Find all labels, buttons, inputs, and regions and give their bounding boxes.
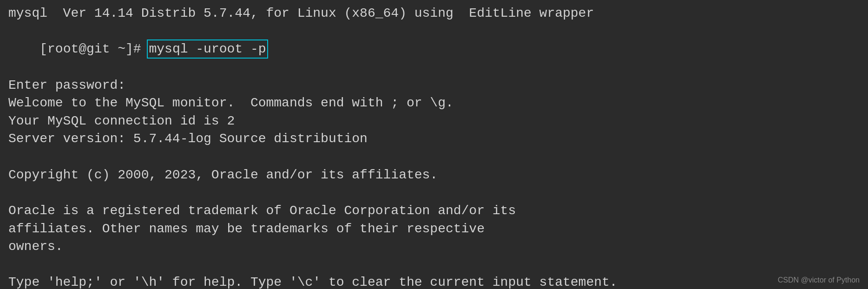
terminal-line-4: Welcome to the MySQL monitor. Commands e…: [8, 94, 860, 112]
terminal-line-2: [root@git ~]# mysql -uroot -p: [8, 23, 860, 77]
highlighted-command: mysql -uroot -p: [149, 41, 266, 57]
terminal-line-1: mysql Ver 14.14 Distrib 5.7.44, for Linu…: [8, 5, 860, 23]
watermark-text: CSDN @victor of Python: [778, 276, 860, 284]
terminal-line-6: Server version: 5.7.44-log Source distri…: [8, 130, 860, 148]
terminal-empty-line-1: [8, 148, 860, 166]
terminal-window: mysql Ver 14.14 Distrib 5.7.44, for Linu…: [0, 0, 868, 289]
terminal-line-5: Your MySQL connection id is 2: [8, 112, 860, 131]
prompt-prefix: [root@git ~]#: [39, 42, 149, 56]
terminal-empty-line-2: [8, 184, 860, 202]
terminal-line-14: Type 'help;' or '\h' for help. Type '\c'…: [8, 274, 860, 289]
terminal-line-10: Oracle is a registered trademark of Orac…: [8, 202, 860, 220]
terminal-line-11: affiliates. Other names may be trademark…: [8, 220, 860, 238]
terminal-empty-line-3: [8, 256, 860, 274]
terminal-line-12: owners.: [8, 238, 860, 256]
terminal-line-3: Enter password:: [8, 77, 860, 95]
terminal-line-8: Copyright (c) 2000, 2023, Oracle and/or …: [8, 166, 860, 184]
